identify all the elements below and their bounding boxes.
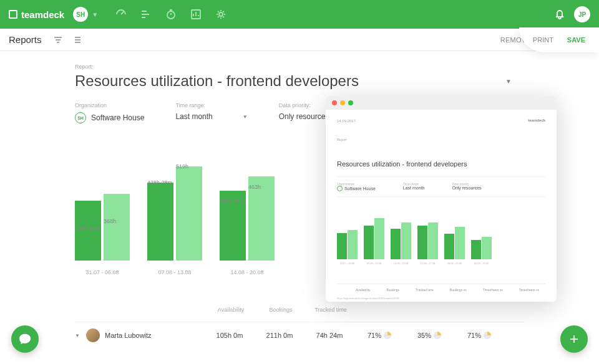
pv-date: 14.09.2017 <box>337 119 356 123</box>
pie-icon <box>384 332 391 339</box>
report-title-row[interactable]: Resources utilization - frontend develop… <box>75 72 524 90</box>
gantt-icon[interactable] <box>140 9 152 20</box>
logo-icon <box>9 10 17 19</box>
preview-chart <box>337 209 545 259</box>
filter-label: Time range: <box>175 102 247 108</box>
top-bar: teamdeck SH ▼ JP <box>0 0 599 29</box>
pv-title: Resources utilization - frontend develop… <box>337 160 545 168</box>
filter-icon[interactable] <box>53 35 63 45</box>
pie-icon <box>484 332 491 339</box>
person-name: Marta Lubowitz <box>105 332 205 339</box>
bar-group: 383h 36m463h <box>220 176 275 261</box>
nav-icons <box>115 9 226 20</box>
chart-icon[interactable] <box>190 9 202 20</box>
chevron-down-icon[interactable]: ▼ <box>75 333 86 338</box>
filter-datapriority[interactable]: Data priority: Only resources <box>279 102 329 123</box>
user-badge[interactable]: JP <box>574 6 590 22</box>
add-button[interactable]: + <box>560 325 588 353</box>
td-pct3: 71% <box>454 332 504 339</box>
pie-icon <box>434 332 441 339</box>
timer-icon[interactable] <box>165 9 177 20</box>
table-row[interactable]: ▼ Marta Lubowitz 105h 0m 211h 0m 74h 24m… <box>75 322 524 342</box>
chat-button[interactable] <box>11 325 39 353</box>
bar-group: 330h 20m368h <box>75 194 130 261</box>
xaxis-label: 14.08 - 20.08 <box>220 269 275 275</box>
datapriority-value: Only resources <box>279 112 329 121</box>
filter-label: Organization <box>75 102 144 108</box>
list-icon[interactable] <box>72 35 82 45</box>
sub-bar: Reports REMOVE EDIT REPORT <box>0 29 599 51</box>
th-availability: Availability <box>206 307 256 313</box>
window-titlebar[interactable] <box>326 96 557 110</box>
page-title: Reports <box>9 34 42 45</box>
td-tracked: 74h 24m <box>304 332 354 339</box>
bar-dark <box>147 183 173 261</box>
preview-body: 14.09.2017 teamdeck Report: Resources ut… <box>326 110 557 309</box>
td-pct2: 35% <box>404 332 454 339</box>
brand-logo[interactable]: teamdeck <box>9 9 64 20</box>
minimize-dot[interactable] <box>340 100 345 105</box>
dashboard-icon[interactable] <box>115 9 127 20</box>
td-pct1: 71% <box>354 332 404 339</box>
avatar <box>86 328 100 342</box>
maximize-dot[interactable] <box>348 100 353 105</box>
brand-name: teamdeck <box>21 9 64 20</box>
td-availability: 105h 0m <box>205 332 255 339</box>
report-label: Report: <box>75 64 524 70</box>
chevron-down-icon[interactable]: ▼ <box>92 11 98 18</box>
bar-group: 428h 28m519h <box>147 166 202 261</box>
chevron-down-icon[interactable]: ▼ <box>505 78 512 85</box>
bar-light <box>176 166 202 261</box>
bar-light <box>104 194 130 261</box>
close-dot[interactable] <box>332 100 337 105</box>
preview-xaxis: 31.07 - 06.0807.08 - 13.0814.08 - 20.082… <box>337 262 545 265</box>
org-value: Software House <box>91 113 144 122</box>
settings-icon[interactable] <box>215 9 226 20</box>
pv-report-label: Report: <box>337 138 545 141</box>
save-menu: PRINT SAVE <box>519 27 599 52</box>
td-bookings: 211h 0m <box>255 332 304 339</box>
print-button[interactable]: PRINT <box>533 36 553 44</box>
pv-url: https://app.teamdeck.io/organizations/20… <box>337 297 545 300</box>
chevron-down-icon: ▼ <box>243 114 248 120</box>
filter-organization[interactable]: Organization SH Software House <box>75 102 144 123</box>
timerange-value: Last month <box>175 112 212 121</box>
print-preview-window: 14.09.2017 teamdeck Report: Resources ut… <box>326 96 557 302</box>
svg-point-2 <box>219 12 223 16</box>
report-title: Resources utilization - frontend develop… <box>75 72 359 90</box>
preview-table-header: AvailabilityBookingsTracked timeBookings… <box>337 284 545 292</box>
org-badge[interactable]: SH <box>73 7 88 22</box>
th-bookings: Bookings <box>256 307 306 313</box>
xaxis-label: 07.08 - 13.08 <box>147 269 202 275</box>
org-circle: SH <box>75 112 86 123</box>
filter-timerange[interactable]: Time range: Last month ▼ <box>175 102 247 123</box>
xaxis-label: 31.07 - 06.08 <box>75 269 130 275</box>
pv-brand: teamdeck <box>528 118 545 122</box>
bell-icon[interactable] <box>554 9 565 20</box>
save-button[interactable]: SAVE <box>567 36 585 44</box>
filter-label: Data priority: <box>279 102 329 108</box>
